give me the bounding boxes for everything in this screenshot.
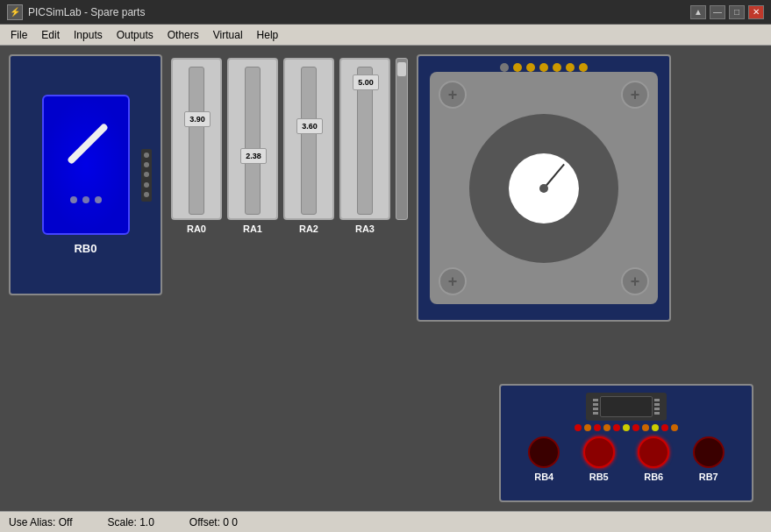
scale-status: Scale: 1.0	[107, 516, 153, 528]
menu-help[interactable]: Help	[250, 27, 286, 43]
chip-pin-r1	[654, 399, 660, 401]
rb6-led	[638, 436, 669, 468]
chip-pin-r2	[654, 403, 660, 406]
rb5-led	[583, 436, 615, 468]
rb7-label: RB7	[699, 472, 718, 482]
chip-pin-l4	[593, 412, 598, 415]
joystick-btn-br[interactable]	[621, 267, 649, 295]
ra0-slider[interactable]: 3.90	[171, 58, 222, 220]
app-icon: ⚡	[7, 4, 23, 20]
joystick-btn-bl[interactable]	[439, 267, 467, 295]
menu-file[interactable]: File	[4, 27, 34, 43]
pin-red-1	[575, 424, 582, 431]
extra-slider[interactable]	[396, 58, 408, 220]
menu-virtual[interactable]: Virtual	[206, 27, 250, 43]
menu-inputs[interactable]: Inputs	[67, 27, 110, 43]
ra0-thumb[interactable]: 3.90	[184, 111, 211, 127]
pin-red-2	[594, 424, 601, 431]
switch-dots	[70, 196, 102, 203]
ra3-thumb[interactable]: 5.00	[353, 74, 379, 90]
ra1-slider[interactable]: 2.38	[227, 58, 278, 220]
ra2-label: RA2	[299, 223, 318, 234]
rb5-led-item: RB5	[583, 436, 615, 482]
chip-center	[600, 396, 653, 417]
top-dot-1	[500, 63, 509, 72]
ra2-track[interactable]: 3.60	[301, 67, 317, 215]
pin-indicators-row	[508, 424, 745, 431]
joystick-panel	[417, 54, 671, 322]
use-alias-status: Use Alias: Off	[9, 516, 72, 528]
rb6-label: RB6	[644, 472, 663, 482]
chip-pin-r4	[654, 412, 660, 415]
minimize-button[interactable]: ▲	[690, 5, 706, 19]
ra2-thumb[interactable]: 3.60	[296, 118, 323, 134]
menu-others[interactable]: Others	[161, 27, 206, 43]
switch-dot-1	[70, 196, 77, 203]
status-bar: Use Alias: Off Scale: 1.0 Offset: 0 0	[0, 511, 771, 532]
pin-orange-4	[671, 424, 678, 431]
pin-yellow-2	[652, 424, 659, 431]
ra2-slider[interactable]: 3.60	[283, 58, 334, 220]
extra-slider-thumb[interactable]	[397, 62, 406, 76]
indicator-dot-1	[144, 153, 149, 158]
switch-lever	[66, 123, 108, 165]
close-button[interactable]: ✕	[748, 5, 764, 19]
ra3-label: RA3	[355, 223, 375, 234]
top-dot-2	[513, 63, 522, 72]
rb7-led	[693, 436, 725, 468]
offset-status: Offset: 0 0	[189, 516, 238, 528]
title-bar: ⚡ PICSimLab - Spare parts ▲ — □ ✕	[0, 0, 771, 25]
title-bar-left: ⚡ PICSimLab - Spare parts	[7, 4, 145, 20]
top-dot-4	[539, 63, 548, 72]
chip-pin-l2	[593, 403, 598, 406]
chip-pin-l3	[593, 408, 598, 410]
indicator-dot-2	[144, 162, 149, 167]
ra3-slider[interactable]: 5.00	[339, 58, 390, 220]
top-dot-7	[579, 63, 588, 72]
ra3-track[interactable]: 5.00	[357, 67, 373, 215]
rb5-label: RB5	[589, 472, 609, 482]
ra1-label: RA1	[243, 223, 262, 234]
ic-chip-row	[508, 393, 745, 421]
sliders-panel: 3.90 RA0 2.38 RA1 3.60 RA2	[171, 58, 408, 234]
rb6-led-item: RB6	[638, 436, 669, 482]
led-panel: RB4 RB5 RB6 RB7	[499, 384, 753, 502]
chip-pin-l1	[593, 399, 598, 401]
maximize-button[interactable]: □	[729, 5, 745, 19]
joystick-top-dots	[500, 63, 588, 72]
chip-pin-r3	[654, 408, 660, 410]
top-dot-5	[553, 63, 561, 72]
rb7-led-item: RB7	[693, 436, 725, 482]
pin-orange-3	[642, 424, 649, 431]
chip-pins-right	[654, 399, 660, 415]
leds-row: RB4 RB5 RB6 RB7	[508, 436, 745, 482]
ra0-track[interactable]: 3.90	[189, 67, 204, 215]
joystick-plate[interactable]	[430, 72, 658, 304]
rb4-label: RB4	[534, 472, 553, 482]
pin-red-5	[661, 424, 668, 431]
ra0-label: RA0	[187, 223, 206, 234]
title-text: PICSimLab - Spare parts	[28, 6, 145, 18]
menu-bar: File Edit Inputs Outputs Others Virtual …	[0, 25, 771, 46]
indicator-dot-5	[144, 192, 149, 197]
joystick-center[interactable]	[509, 153, 579, 223]
rb0-panel: RB0	[9, 54, 162, 295]
joystick-btn-tl[interactable]	[439, 81, 467, 109]
pin-orange-1	[584, 424, 591, 431]
switch-dot-3	[95, 196, 102, 203]
rb0-label: RB0	[74, 242, 96, 255]
ra1-thumb[interactable]: 2.38	[240, 148, 267, 164]
ic-chip-body	[586, 393, 667, 421]
rb0-switch[interactable]	[42, 95, 130, 235]
rb4-led-item: RB4	[528, 436, 560, 482]
joystick-btn-tr[interactable]	[621, 81, 649, 109]
top-dot-3	[526, 63, 535, 72]
menu-outputs[interactable]: Outputs	[110, 27, 161, 43]
indicator-dot-3	[144, 172, 149, 177]
joystick-circle[interactable]	[469, 114, 618, 263]
top-dot-6	[566, 63, 575, 72]
pin-yellow-1	[623, 424, 630, 431]
ra1-track[interactable]: 2.38	[245, 67, 261, 215]
menu-edit[interactable]: Edit	[34, 27, 67, 43]
restore-button[interactable]: —	[710, 5, 725, 19]
